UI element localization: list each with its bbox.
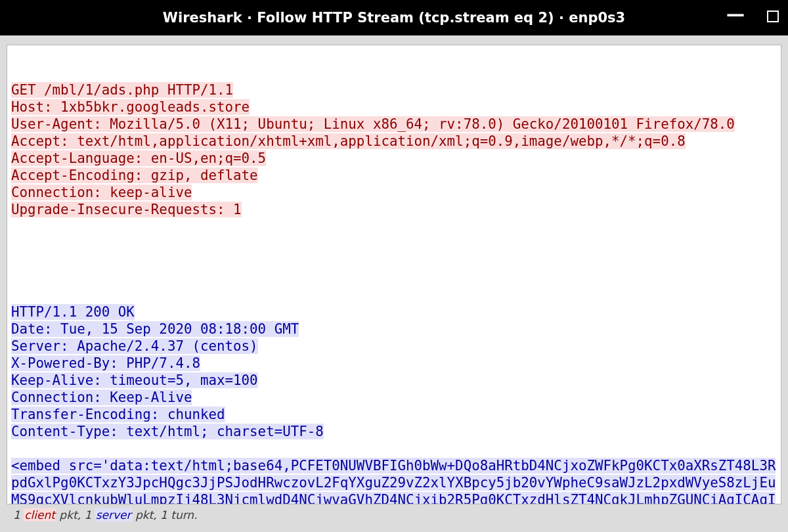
status-summary: 1 client pkt, 1 server pkt, 1 turn. xyxy=(7,504,781,521)
http-response-line: Content-Type: text/html; charset=UTF-8 xyxy=(11,424,324,439)
svg-rect-0 xyxy=(768,11,778,22)
http-request-line: Upgrade-Insecure-Requests: 1 xyxy=(11,202,242,217)
http-response-line: X-Powered-By: PHP/7.4.8 xyxy=(11,355,200,371)
http-response-line: Date: Tue, 15 Sep 2020 08:18:00 GMT xyxy=(11,321,299,337)
status-server-word: server xyxy=(95,508,132,521)
http-request-line: Connection: keep-alive xyxy=(11,185,192,200)
maximize-icon[interactable] xyxy=(767,10,779,26)
http-response-body: <embed src='data:text/html;base64,PCFET0… xyxy=(11,458,776,504)
titlebar: Wireshark · Follow HTTP Stream (tcp.stre… xyxy=(0,0,788,35)
http-request-line: Accept-Encoding: gzip, deflate xyxy=(11,167,258,183)
http-response-line: Transfer-Encoding: chunked xyxy=(11,407,225,422)
content-area: GET /mbl/1/ads.php HTTP/1.1 Host: 1xb5bk… xyxy=(0,35,788,524)
status-mid1: pkt, 1 xyxy=(56,508,95,521)
window-controls: — xyxy=(726,0,779,35)
http-request-line: Host: 1xb5bkr.googleads.store xyxy=(11,99,250,115)
http-response-line: Server: Apache/2.4.37 (centos) xyxy=(11,338,258,354)
stream-content: GET /mbl/1/ads.php HTTP/1.1 Host: 1xb5bk… xyxy=(11,48,777,504)
http-request-line: GET /mbl/1/ads.php HTTP/1.1 xyxy=(11,82,233,98)
http-response-line: Keep-Alive: timeout=5, max=100 xyxy=(11,372,258,388)
http-request-line: Accept: text/html,application/xhtml+xml,… xyxy=(11,133,686,149)
stream-text-view[interactable]: GET /mbl/1/ads.php HTTP/1.1 Host: 1xb5bk… xyxy=(7,45,781,504)
http-response-line: HTTP/1.1 200 OK xyxy=(11,304,135,320)
status-prefix: 1 xyxy=(13,508,24,521)
window-title: Wireshark · Follow HTTP Stream (tcp.stre… xyxy=(163,10,625,26)
http-request-line: Accept-Language: en-US,en;q=0.5 xyxy=(11,150,266,166)
status-client-word: client xyxy=(24,508,56,521)
status-mid2: pkt, 1 turn. xyxy=(132,508,198,521)
http-response-line: Connection: Keep-Alive xyxy=(11,389,192,405)
http-request-line: User-Agent: Mozilla/5.0 (X11; Ubuntu; Li… xyxy=(11,116,735,132)
